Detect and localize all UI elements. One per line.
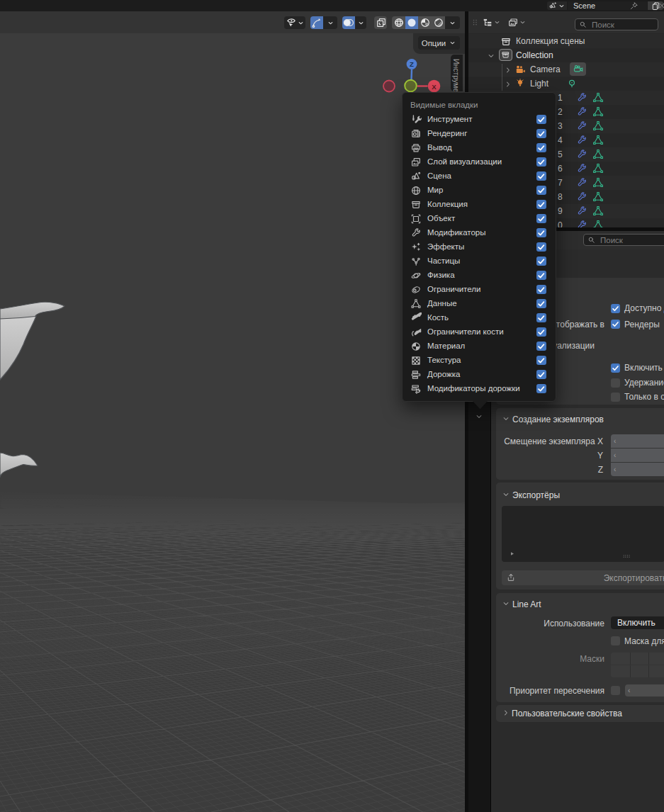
menu-item-bone-constraints[interactable]: Ограничители кости (403, 325, 556, 339)
shading-material-button[interactable] (418, 16, 432, 29)
offset-y-slider[interactable]: ‹ (611, 449, 664, 462)
menu-item-output[interactable]: Вывод (403, 141, 556, 155)
menu-item-checkbox[interactable] (536, 143, 546, 153)
pin-icon[interactable] (629, 1, 638, 11)
menu-item-material[interactable]: Материал (403, 339, 556, 354)
filter-dropdown[interactable] (519, 18, 527, 26)
panel-expand-icon[interactable] (502, 709, 510, 717)
mesh-data-icon[interactable] (592, 177, 604, 188)
wing-object[interactable] (0, 302, 64, 477)
outliner-search-input[interactable]: Поиск (575, 18, 658, 30)
tabs-scroll-down-icon[interactable] (475, 412, 483, 421)
exporters-list[interactable] (502, 506, 664, 562)
menu-item-checkbox[interactable] (536, 327, 546, 337)
menu-item-checkbox[interactable] (536, 313, 546, 323)
mesh-data-icon[interactable] (592, 220, 604, 227)
priority-slider[interactable]: ‹ (625, 684, 664, 697)
menu-item-checkbox[interactable] (536, 299, 546, 309)
shading-solid-button[interactable] (405, 16, 418, 29)
mesh-data-icon[interactable] (592, 149, 604, 160)
mesh-data-icon[interactable] (592, 106, 604, 118)
offset-x-slider[interactable]: ‹ (611, 434, 664, 448)
menu-item-checkbox[interactable] (536, 271, 546, 281)
camera-data-button[interactable] (570, 62, 586, 76)
row-scene-collection[interactable]: Коллекция сцены (468, 34, 664, 48)
options-dropdown[interactable]: Опции (418, 36, 460, 50)
expand-icon[interactable] (508, 550, 516, 558)
panel-collapse-icon[interactable] (502, 415, 510, 423)
display-mode-icon[interactable] (482, 17, 493, 28)
row-camera[interactable]: Camera (468, 62, 664, 77)
shading-rendered-button[interactable] (432, 16, 445, 29)
row-light[interactable]: Light (468, 77, 664, 91)
row-collection[interactable]: Collection (468, 48, 664, 62)
shading-dropdown[interactable] (445, 16, 460, 29)
mesh-data-icon[interactable] (592, 163, 604, 174)
export-button[interactable]: Экспортировать (502, 570, 664, 585)
menu-item-checkbox[interactable] (536, 186, 546, 196)
modifier-wrench-icon[interactable] (576, 106, 587, 118)
menu-item-checkbox[interactable] (536, 129, 546, 139)
menu-item-checkbox[interactable] (536, 256, 546, 266)
gizmo-dropdown[interactable] (323, 16, 337, 29)
claw-object[interactable] (0, 453, 38, 478)
gizmo-minus-x-axis[interactable] (383, 81, 395, 92)
line-art-title[interactable]: Line Art (512, 599, 541, 609)
modifier-wrench-icon[interactable] (576, 220, 587, 227)
instancing-title[interactable]: Создание экземпляров (512, 415, 604, 424)
xray-toggle[interactable] (374, 16, 387, 29)
menu-item-object[interactable]: Объект (403, 212, 556, 226)
menu-item-checkbox[interactable] (536, 356, 546, 366)
mesh-data-icon[interactable] (592, 92, 604, 103)
exporters-title[interactable]: Экспортёры (512, 490, 560, 500)
usage-dropdown[interactable]: Включить (611, 616, 664, 629)
mesh-data-icon[interactable] (592, 135, 604, 146)
enable-checkbox[interactable] (611, 363, 620, 373)
scene-selector[interactable]: Scene (547, 1, 663, 10)
holdout-checkbox[interactable] (611, 378, 620, 388)
menu-item-checkbox[interactable] (536, 200, 546, 210)
menu-item-checkbox[interactable] (536, 171, 546, 181)
modifier-wrench-icon[interactable] (576, 120, 587, 132)
menu-item-render[interactable]: Рендеринг (403, 127, 556, 141)
menu-item-bone[interactable]: Кость (403, 311, 556, 325)
priority-checkbox[interactable] (611, 686, 620, 695)
scene-browse-button[interactable] (547, 1, 567, 10)
menu-item-checkbox[interactable] (536, 285, 546, 295)
shading-wireframe-button[interactable] (392, 16, 405, 29)
unlink-scene-button[interactable] (658, 1, 664, 10)
drag-grip-icon[interactable] (471, 18, 480, 28)
modifier-wrench-icon[interactable] (576, 149, 587, 160)
menu-item-checkbox[interactable] (536, 214, 546, 224)
gizmo-y-axis[interactable] (405, 80, 417, 92)
menu-item-modifiers[interactable]: Модификаторы (403, 226, 556, 240)
masks-row-2[interactable] (611, 665, 664, 678)
menu-item-tool[interactable]: Инструмент (403, 113, 556, 127)
show-gizmo-toggle[interactable] (310, 16, 323, 29)
sidebar-tab-tool[interactable]: Инструмент (451, 55, 463, 91)
menu-item-effects[interactable]: Эффекты (403, 240, 556, 254)
show-overlays-toggle[interactable] (342, 16, 355, 29)
mesh-data-icon[interactable] (592, 120, 604, 132)
mesh-data-icon[interactable] (592, 191, 604, 203)
menu-item-constraints[interactable]: Ограничители (403, 283, 556, 297)
menu-item-checkbox[interactable] (536, 370, 546, 380)
resize-grip-icon[interactable] (622, 551, 632, 561)
menu-item-particles[interactable]: Частицы (403, 254, 556, 269)
modifier-wrench-icon[interactable] (576, 177, 587, 188)
modifier-wrench-icon[interactable] (576, 163, 587, 174)
masks-row-1[interactable] (611, 653, 664, 665)
menu-item-physics[interactable]: Физика (403, 269, 556, 283)
menu-item-view-layer[interactable]: Слой визуализации (403, 155, 556, 169)
menu-item-track[interactable]: Дорожка (403, 368, 556, 382)
mesh-data-icon[interactable] (592, 205, 604, 217)
menu-item-checkbox[interactable] (536, 242, 546, 252)
overlays-dropdown[interactable] (355, 16, 366, 29)
chevron-down-icon[interactable] (487, 52, 495, 60)
modifier-wrench-icon[interactable] (576, 92, 587, 103)
modifier-wrench-icon[interactable] (576, 135, 587, 146)
menu-item-data[interactable]: Данные (403, 297, 556, 311)
panel-collapse-icon[interactable] (502, 599, 510, 608)
menu-item-checkbox[interactable] (536, 228, 546, 238)
menu-item-world[interactable]: Мир (403, 184, 556, 198)
